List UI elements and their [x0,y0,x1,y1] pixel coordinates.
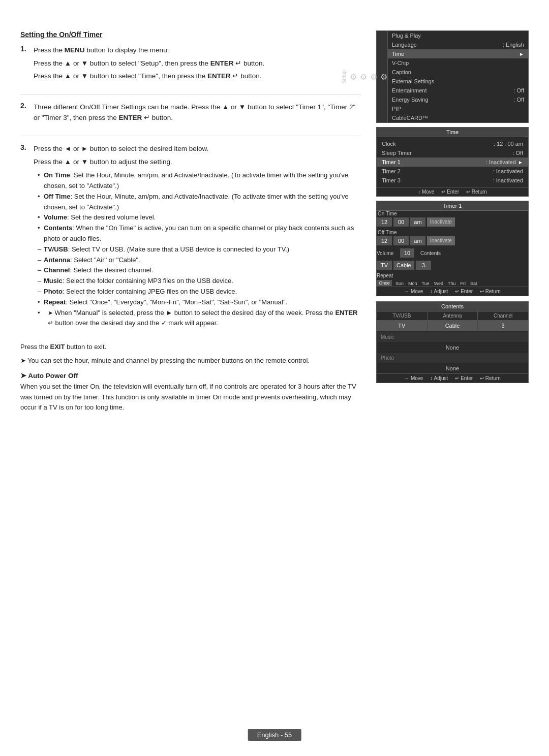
setup-item-caption: Caption [388,68,528,77]
off-time-label: Off Time [377,230,528,235]
time-panel: Time Clock : 12 : 00 am Sleep Timer : Of… [376,127,529,197]
bullet-manual: ➤ When "Manual" is selected, press the ►… [38,308,361,329]
step-2: 2. Three different On/Off Timer Settings… [20,102,361,125]
setup-sidebar: ⚙ ⚙ ⚙ ⚙ Setup [377,31,388,122]
volume-value: 10 [400,248,414,258]
contents-header-antenna: Antenna [428,311,478,320]
bullet-tv-usb: TV/USB: Select TV or USB. (Make sure tha… [38,244,361,255]
contents-music-value: None [377,343,528,352]
contents-header-tvusb: TV/USB [377,311,428,320]
day-sat: Sat [469,280,479,287]
on-time-inputs: 12 00 am Inactivate [377,217,528,227]
step-1-line-3: Press the ▲ or ▼ button to select "Time"… [34,71,361,82]
time-row-timer1: Timer 1 : Inactivated ► [377,158,528,167]
contents-panel-title: Contents [377,302,528,311]
off-time-hour: 12 [377,236,392,245]
contents-label: Contents [420,250,441,256]
bullet-on-time: On Time: Set the Hour, Minute, am/pm, an… [38,170,361,192]
step-1-line-2: Press the ▲ or ▼ button to select "Setup… [34,58,361,69]
setup-item-entertainment: Entertainment : Off [388,86,528,95]
off-time-min: 00 [393,236,409,245]
step-3-number: 3. [20,143,29,332]
day-mon: Mon [407,280,419,287]
repeat-row: Repeat Once Sun Mon Tue Wed Thu Fri Sat [377,273,528,287]
auto-power-title: ➤ Auto Power Off [20,371,361,380]
contents-photo-value: None [377,364,528,373]
repeat-options: Once Sun Mon Tue Wed Thu Fri Sat [377,279,528,287]
bullet-music: Music: Select the folder containing MP3 … [38,276,361,287]
step-2-content: Three different On/Off Timer Settings ca… [34,102,361,125]
setup-item-language: Language : English [388,40,528,49]
setup-item-energy: Energy Saving : Off [388,95,528,104]
contents-cell-cable: Cable [428,321,478,331]
contents-row-1: TV Cable 3 [377,321,528,331]
setup-sidebar-label: Setup [341,68,347,85]
step-2-number: 2. [20,102,29,125]
bullet-volume: Volume: Set the desired volume level. [38,212,361,223]
day-sun: Sun [394,280,405,287]
contents-panel-footer: ↔ Move ↕ Adjust ↵ Enter ↩ Return [377,373,528,383]
step-1-content: Press the MENU button to display the men… [34,45,361,84]
contents-cell-ch: 3 [478,321,528,331]
contents-music-label: Music [377,332,528,342]
contents-header: TV/USB Antenna Channel [377,311,528,321]
repeat-days: Sun Mon Tue Wed Thu Fri Sat [394,280,479,287]
contents-inputs: TV Cable 3 [377,261,528,270]
on-time-activate: Inactivate [427,217,455,227]
on-time-label: On Time [377,211,528,216]
contents-photo-label: Photo [377,353,528,363]
contents-tv: TV [377,261,392,270]
time-rows: Clock : 12 : 00 am Sleep Timer : Off Tim… [377,137,528,187]
step-2-line-1: Three different On/Off Timer Settings ca… [34,102,361,123]
setup-panel-inner: ⚙ ⚙ ⚙ ⚙ Setup Plug & Play Language : Eng… [377,31,528,122]
bullet-antenna: Antenna: Select "Air" or "Cable". [38,255,361,266]
off-time-ampm: am [410,236,425,245]
step-3-line-1: Press the ◄ or ► button to select the de… [34,143,361,154]
on-time-ampm: am [410,217,425,227]
bullet-contents: Contents: When the "On Time" is active, … [38,223,361,244]
timer1-panel-footer: ↔ Move ↕ Adjust ↵ Enter ↩ Return [377,287,528,296]
setup-panel: ⚙ ⚙ ⚙ ⚙ Setup Plug & Play Language : Eng… [376,30,529,123]
time-row-timer3: Timer 3 : Inactivated [377,176,528,185]
time-row-clock: Clock : 12 : 00 am [377,139,528,148]
setup-item-pip: PIP [388,104,528,113]
setup-menu-items: Plug & Play Language : English Time ► V-… [388,31,528,122]
auto-power-text: When you set the timer On, the televisio… [20,382,361,413]
timer1-rows: On Time 12 00 am Inactivate Off Time 12 … [377,211,528,287]
right-column: ⚙ ⚙ ⚙ ⚙ Setup Plug & Play Language : Eng… [376,30,529,736]
time-panel-footer: ↕ Move ↵ Enter ↩ Return [377,187,528,196]
step-3-content: Press the ◄ or ► button to select the de… [34,143,361,332]
page-container: Setting the On/Off Timer 1. Press the ME… [0,0,549,756]
divider-1 [20,94,361,94]
auto-power-section: ➤ Auto Power Off When you set the timer … [20,371,361,413]
on-time-min: 00 [393,217,409,227]
bullet-off-time: Off Time: Set the Hour, Minute, am/pm, a… [38,192,361,213]
day-tue: Tue [420,280,431,287]
day-fri: Fri [459,280,468,287]
step-1-number: 1. [20,45,29,84]
contents-cable: Cable [393,261,414,270]
setup-item-vchip: V-Chip [388,58,528,68]
setup-item-plug-play: Plug & Play [388,31,528,40]
off-time-inputs: 12 00 am Inactivate [377,236,528,245]
off-time-activate: Inactivate [427,236,455,245]
step-1: 1. Press the MENU button to display the … [20,45,361,84]
contents-cell-tv: TV [377,321,428,331]
timer1-panel-title: Timer 1 [377,201,528,211]
contents-ch: 3 [416,261,431,270]
repeat-label: Repeat [377,273,528,278]
step-3: 3. Press the ◄ or ► button to select the… [20,143,361,332]
exit-note: Press the EXIT button to exit. [20,342,361,353]
step-1-line-1: Press the MENU button to display the men… [34,45,361,56]
arrow-note: ➤ You can set the hour, minute and chann… [20,356,361,366]
setup-item-cablecard: CableCARD™ [388,113,528,122]
time-row-sleep: Sleep Timer : Off [377,148,528,158]
step-3-line-2: Press the ▲ or ▼ button to adjust the se… [34,156,361,168]
contents-header-channel: Channel [478,311,528,320]
bullet-photo: Photo: Select the folder containing JPEG… [38,287,361,297]
setup-item-external: External Settings [388,77,528,86]
day-wed: Wed [433,280,445,287]
setup-item-time: Time ► [388,49,528,58]
divider-2 [20,136,361,136]
day-thu: Thu [446,280,458,287]
